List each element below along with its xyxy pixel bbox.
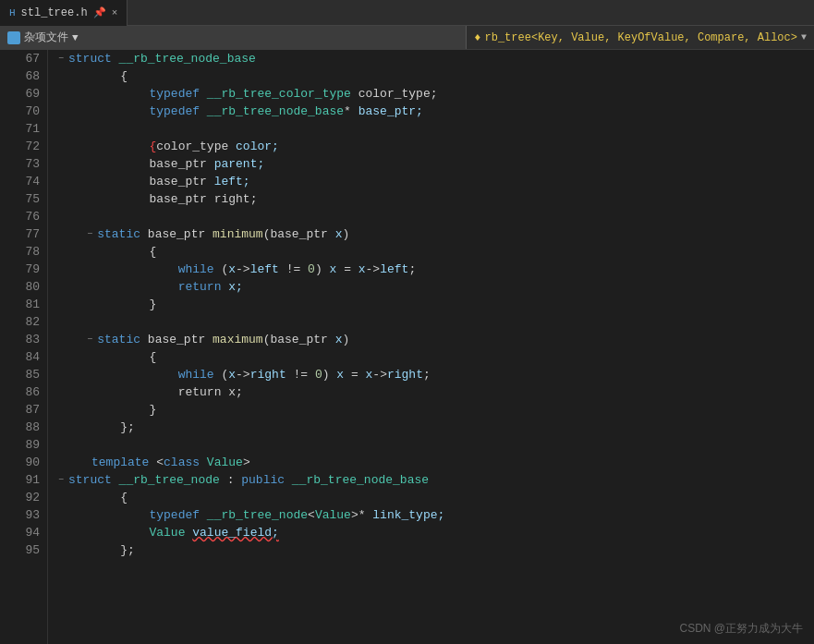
indent-space [55,138,149,155]
table-row: { [55,489,814,506]
code-token: value_field; [192,524,279,541]
code-token: link_type; [372,506,444,524]
table-row [55,120,814,138]
code-token: = [336,261,358,278]
table-row: } [55,296,814,313]
code-token: Value [207,454,243,471]
table-row [55,436,814,454]
symbol-dropdown-icon[interactable]: ▼ [801,32,807,43]
indent-space [55,103,149,120]
code-token: __rb_tree_node_base [292,471,429,489]
code-token: : [220,471,241,489]
collapse-icon[interactable]: − [55,50,67,67]
line-number: 71 [0,120,47,138]
indent-space [55,173,149,190]
table-row: while (x->right != 0) x = x->right; [55,366,814,383]
indent-space [55,541,120,559]
table-row: typedef __rb_tree_node<Value>* link_type… [55,506,814,524]
symbol-breadcrumb[interactable]: ♦ rb_tree<Key, Value, KeyOfValue, Compar… [467,26,814,49]
line-number: 91 [0,471,47,489]
file-type-icon: H [9,7,16,18]
table-row: { [55,67,814,85]
indent-space [55,67,120,85]
code-token: * [358,506,373,524]
file-icon [7,31,20,44]
collapse-icon[interactable]: − [84,331,95,348]
code-editor: 6768697071727374757677787980818283848586… [0,50,814,644]
code-token: != [286,366,315,383]
tab-filename: stl_tree.h [21,6,88,19]
line-number: 77 [0,225,47,243]
table-row: typedef __rb_tree_node_base* base_ptr; [55,103,814,120]
indent-space [55,278,178,296]
line-number: 75 [0,190,47,208]
line-number: 85 [0,366,47,383]
indent-space [55,261,178,278]
code-token: __rb_tree_node [207,506,308,524]
line-number: 80 [0,278,47,296]
indent-space [55,454,91,471]
line-number: 83 [0,331,47,348]
file-tab[interactable]: H stl_tree.h 📌 × [0,0,128,26]
code-token: x [358,261,366,278]
code-token: base_ptr [148,225,213,243]
line-number: 70 [0,103,47,120]
table-row: }; [55,419,814,436]
code-token: base_ptr [148,331,213,348]
code-token: -> [366,261,381,278]
code-token: __rb_tree_node [119,471,220,489]
indent-space [55,225,84,243]
code-content[interactable]: −struct __rb_tree_node_base { typedef __… [48,50,814,644]
code-token: } [149,401,156,419]
code-token: __rb_tree_node_base [119,50,256,67]
code-token: { [120,489,128,506]
table-row: Value value_field; [55,524,814,541]
line-number: 67 [0,50,47,67]
code-token: left [250,261,279,278]
table-row: return x; [55,278,814,296]
code-token: ) [343,225,350,243]
code-token: typedef [149,103,206,120]
breadcrumb-dropdown-icon[interactable]: ▼ [72,32,79,43]
code-token: Value [315,506,351,524]
code-token: { [149,243,156,261]
code-token: ( [221,261,228,278]
collapse-icon[interactable]: − [84,225,95,243]
line-number: 79 [0,261,47,278]
code-token: Value [149,524,192,541]
code-token: base_ptr [149,190,213,208]
line-number: 68 [0,67,47,85]
tab-close-button[interactable]: × [112,7,118,18]
code-token: < [308,506,315,524]
code-token: color_type; [358,85,438,103]
code-token: class [164,454,207,471]
code-token: ; [423,366,431,383]
indent-space [55,243,149,261]
code-token: -> [236,366,250,383]
code-token: __rb_tree_node_base [207,103,344,120]
code-token: }; [120,541,135,559]
code-token: base_ptr [149,173,213,190]
file-breadcrumb[interactable]: 杂项文件 ▼ [0,26,467,49]
table-row: return x; [55,383,814,401]
line-number: 76 [0,208,47,225]
code-token: right; [214,190,258,208]
code-token: x [330,261,337,278]
collapse-icon[interactable]: − [55,471,67,489]
code-token: x [335,331,343,348]
code-token: * [344,103,358,120]
code-token: x [228,261,236,278]
table-row: typedef __rb_tree_color_type color_type; [55,85,814,103]
line-number: 73 [0,155,47,173]
line-number: 95 [0,541,47,559]
indent-space [55,383,178,401]
indent-space [55,419,120,436]
breadcrumb-label: 杂项文件 [24,30,68,45]
table-row: −struct __rb_tree_node : public __rb_tre… [55,471,814,489]
table-row: { [55,243,814,261]
line-number: 92 [0,489,47,506]
code-token: left [380,261,408,278]
code-token: } [149,296,156,313]
table-row: } [55,401,814,419]
code-token: color; [236,138,279,155]
